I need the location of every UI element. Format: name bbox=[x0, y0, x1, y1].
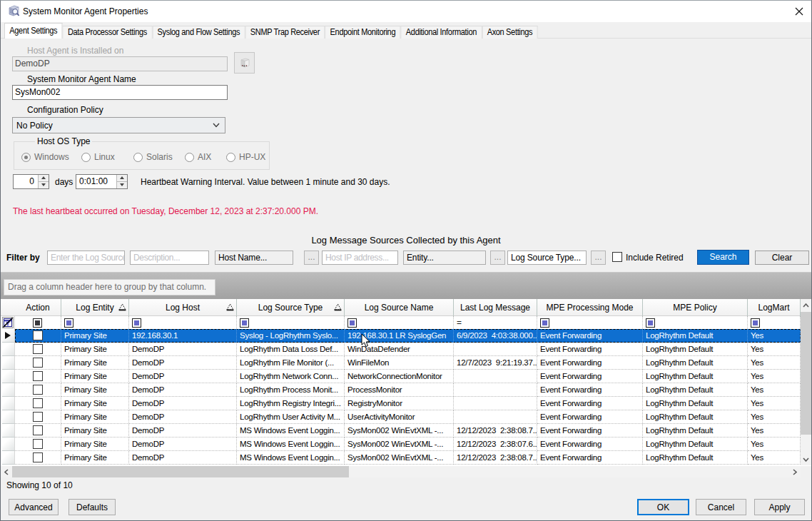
filter-cell-action[interactable] bbox=[15, 316, 61, 329]
config-policy-combo[interactable]: No Policy bbox=[12, 117, 225, 133]
spin-up-button[interactable] bbox=[117, 175, 127, 182]
table-row[interactable]: Primary SiteDemoDPMS Windows Event Loggi… bbox=[15, 437, 801, 451]
filter-cell-log-source-name[interactable] bbox=[345, 316, 454, 329]
row-indicator[interactable] bbox=[2, 343, 15, 356]
heartbeat-days-spinner[interactable]: 0 bbox=[13, 174, 49, 189]
tab-syslog-and-flow-settings[interactable]: Syslog and Flow Settings bbox=[152, 26, 245, 39]
os-radio-hp-ux[interactable]: HP-UX bbox=[226, 152, 265, 162]
table-row[interactable]: Primary SiteDemoDPMS Windows Event Loggi… bbox=[15, 451, 801, 465]
filter-cell-logmart[interactable] bbox=[748, 316, 801, 329]
row-indicator[interactable] bbox=[2, 451, 15, 465]
scroll-right-button[interactable] bbox=[789, 466, 801, 477]
clear-all-filters-cell[interactable] bbox=[1, 316, 15, 329]
scroll-left-button[interactable] bbox=[1, 466, 12, 477]
horizontal-scroll-thumb[interactable] bbox=[12, 466, 349, 477]
column-header-log-source-name[interactable]: Log Source Name bbox=[345, 299, 454, 316]
column-header-mpe-processing-mode[interactable]: MPE Processing Mode bbox=[537, 299, 643, 316]
description-filter-input[interactable]: Description... bbox=[130, 251, 209, 265]
row-checkbox[interactable] bbox=[33, 371, 43, 381]
row-checkbox[interactable] bbox=[33, 358, 43, 368]
table-row[interactable]: Primary SiteDemoDPLogRhythm User Activit… bbox=[15, 410, 801, 424]
clear-button[interactable]: Clear bbox=[755, 251, 809, 265]
row-indicator[interactable] bbox=[2, 437, 15, 451]
log-source-type-browse-button[interactable]: ... bbox=[591, 251, 606, 265]
column-header-last-log-message[interactable]: Last Log Message bbox=[454, 299, 537, 316]
row-indicator[interactable] bbox=[2, 370, 15, 383]
spin-down-button[interactable] bbox=[117, 182, 127, 189]
tab-endpoint-monitoring[interactable]: Endpoint Monitoring bbox=[325, 26, 400, 39]
agent-browse-button[interactable] bbox=[234, 52, 255, 74]
filter-cell-log-source-type[interactable] bbox=[237, 316, 345, 329]
column-header-mpe-policy[interactable]: MPE Policy bbox=[643, 299, 748, 316]
row-indicator[interactable] bbox=[2, 329, 15, 343]
row-checkbox[interactable] bbox=[33, 439, 43, 449]
column-header-logmart[interactable]: LogMart bbox=[748, 299, 801, 316]
entity-browse-button[interactable]: ... bbox=[490, 251, 505, 265]
table-row[interactable]: Primary SiteDemoDPLogRhythm Process Moni… bbox=[15, 383, 801, 397]
host-name-browse-button[interactable]: ... bbox=[304, 251, 319, 265]
log-source-type-filter-input[interactable]: Log Source Type... bbox=[507, 251, 587, 265]
host-name-filter-input[interactable]: Host Name... bbox=[215, 251, 293, 265]
apply-button[interactable]: Apply bbox=[754, 499, 805, 515]
column-header-log-entity[interactable]: Log Entity bbox=[61, 299, 129, 316]
include-retired-checkbox[interactable] bbox=[612, 252, 622, 262]
log-source-filter-input[interactable]: Enter the Log Source bbox=[47, 251, 125, 265]
horizontal-scrollbar[interactable] bbox=[1, 466, 801, 477]
filter-cell-log-entity[interactable] bbox=[61, 316, 129, 329]
table-row[interactable]: Primary SiteDemoDPLogRhythm Registry Int… bbox=[15, 397, 801, 410]
vertical-scroll-thumb[interactable] bbox=[801, 312, 811, 435]
advanced-button[interactable]: Advanced bbox=[9, 499, 59, 515]
row-indicator[interactable] bbox=[2, 410, 15, 424]
os-radio-windows[interactable]: Windows bbox=[21, 152, 69, 162]
row-checkbox[interactable] bbox=[33, 452, 43, 462]
scroll-left-icon bbox=[4, 469, 9, 475]
entity-filter-input[interactable]: Entity... bbox=[403, 251, 486, 265]
filter-box-icon bbox=[751, 318, 760, 328]
scroll-up-button[interactable] bbox=[801, 299, 811, 311]
filter-cell-last-log-message[interactable]: = bbox=[454, 316, 537, 329]
tab-axon-settings[interactable]: Axon Settings bbox=[482, 26, 537, 39]
equals-filter-icon: = bbox=[457, 319, 462, 326]
agent-name-field[interactable]: SysMon002 bbox=[12, 85, 228, 100]
row-indicator[interactable] bbox=[2, 424, 15, 437]
host-ip-filter-input[interactable]: Host IP address... bbox=[322, 251, 398, 265]
vertical-scrollbar[interactable] bbox=[801, 299, 811, 465]
grid-group-band[interactable]: Drag a column header here to group by th… bbox=[1, 273, 811, 299]
heartbeat-interval-spinner[interactable]: 0:01:00 bbox=[76, 174, 128, 189]
os-radio-solaris[interactable]: Solaris bbox=[133, 152, 173, 162]
os-radio-linux[interactable]: Linux bbox=[81, 152, 115, 162]
table-row[interactable]: Primary SiteDemoDPLogRhythm Network Conn… bbox=[15, 370, 801, 383]
tab-agent-settings[interactable]: Agent Settings bbox=[4, 23, 63, 39]
column-header-log-source-type[interactable]: Log Source Type bbox=[237, 299, 345, 316]
table-row[interactable]: Primary SiteDemoDPMS Windows Event Loggi… bbox=[15, 424, 801, 437]
defaults-button[interactable]: Defaults bbox=[68, 499, 116, 515]
column-header-action[interactable]: Action bbox=[15, 299, 61, 316]
row-indicator[interactable] bbox=[2, 356, 15, 370]
table-row[interactable]: Primary SiteDemoDPLogRhythm Data Loss De… bbox=[15, 343, 801, 356]
ok-button[interactable]: OK bbox=[637, 499, 689, 515]
row-checkbox[interactable] bbox=[33, 344, 43, 354]
row-checkbox[interactable] bbox=[33, 425, 43, 435]
row-checkbox[interactable] bbox=[33, 412, 43, 422]
scroll-down-button[interactable] bbox=[801, 453, 811, 465]
row-checkbox[interactable] bbox=[33, 330, 43, 340]
close-button[interactable] bbox=[791, 3, 808, 19]
cancel-button[interactable]: Cancel bbox=[696, 499, 746, 515]
filter-cell-mpe-policy[interactable] bbox=[643, 316, 748, 329]
table-row[interactable]: Primary SiteDemoDPLogRhythm File Monitor… bbox=[15, 356, 801, 370]
table-row[interactable]: Primary Site192.168.30.1Syslog - LogRhyt… bbox=[15, 329, 801, 343]
row-checkbox[interactable] bbox=[33, 398, 43, 408]
filter-cell-log-host[interactable] bbox=[129, 316, 237, 329]
row-indicator[interactable] bbox=[2, 397, 15, 410]
row-indicator[interactable] bbox=[2, 383, 15, 397]
spin-down-button[interactable] bbox=[39, 182, 49, 189]
column-header-log-host[interactable]: Log Host bbox=[129, 299, 237, 316]
tab-additional-information[interactable]: Additional Information bbox=[401, 26, 482, 39]
spin-up-button[interactable] bbox=[39, 175, 49, 182]
tab-data-processor-settings[interactable]: Data Processor Settings bbox=[63, 26, 153, 39]
tab-snmp-trap-receiver[interactable]: SNMP Trap Receiver bbox=[245, 26, 325, 39]
search-button[interactable]: Search bbox=[697, 250, 749, 265]
os-radio-aix[interactable]: AIX bbox=[185, 152, 211, 162]
row-checkbox[interactable] bbox=[33, 385, 43, 395]
filter-cell-mpe-processing-mode[interactable] bbox=[537, 316, 643, 329]
